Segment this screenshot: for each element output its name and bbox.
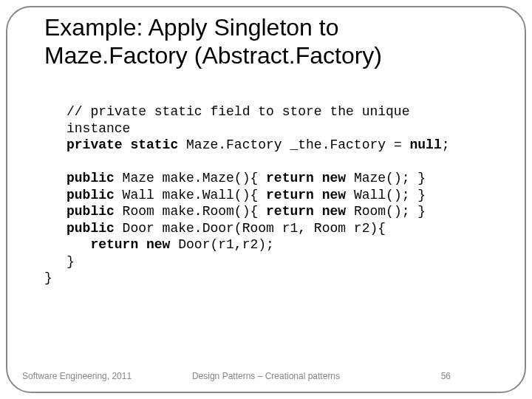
code-text: Room(); }: [346, 204, 426, 219]
code-kw: return new: [266, 204, 346, 219]
footer: Software Engineering, 2011 Design Patter…: [0, 371, 532, 386]
code-text: Wall(); }: [346, 188, 426, 202]
code-text: Maze(); }: [346, 171, 426, 185]
code-text: }: [44, 270, 52, 285]
code-text: Room make.Room(){: [115, 204, 266, 219]
code-text: Maze.Factory _the.Factory =: [178, 137, 409, 152]
code-comment: // private static field to store the uni…: [66, 104, 409, 119]
footer-center: Design Patterns – Creational patterns: [0, 371, 532, 381]
code-text: Maze make.Maze(){: [115, 171, 266, 185]
code-text: [66, 237, 90, 252]
slide-title: Example: Apply Singleton to Maze.Factory…: [44, 13, 502, 70]
code-text: }: [66, 254, 75, 269]
footer-page-number: 56: [441, 371, 451, 381]
code-text: Door make.Door(Room r1, Room r2){: [115, 221, 386, 236]
code-kw: return new: [266, 171, 346, 185]
code-kw: private static: [66, 137, 178, 152]
code-kw: public: [66, 188, 115, 202]
code-kw: public: [66, 204, 115, 219]
code-comment-cont: instance: [66, 121, 130, 136]
code-text: ;: [442, 137, 450, 152]
code-block: // private static field to store the uni…: [66, 103, 502, 287]
code-kw: public: [66, 171, 115, 185]
code-text: Door(r1,r2);: [170, 237, 273, 252]
slide: Example: Apply Singleton to Maze.Factory…: [0, 0, 532, 399]
code-kw: return new: [90, 237, 170, 252]
code-kw: return new: [266, 188, 346, 202]
code-kw: public: [66, 221, 115, 236]
code-kw: null: [410, 137, 442, 152]
code-text: Wall make.Wall(){: [115, 188, 266, 202]
